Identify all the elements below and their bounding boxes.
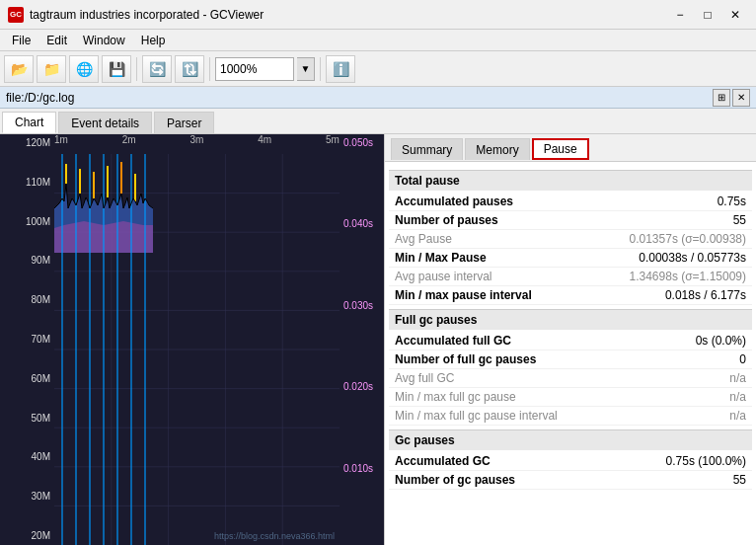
open-button[interactable]: 📂 bbox=[4, 55, 34, 83]
minmax-full-gc-row: Min / max full gc pause n/a bbox=[389, 388, 752, 407]
y2-010: 0.010s bbox=[340, 462, 384, 476]
num-full-gc-row: Number of full gc pauses 0 bbox=[389, 350, 752, 369]
chart-svg bbox=[54, 154, 340, 545]
window-title: tagtraum industries incorporated - GCVie… bbox=[30, 8, 264, 22]
num-pauses-value: 55 bbox=[588, 213, 746, 227]
avg-full-gc-value: n/a bbox=[588, 371, 746, 385]
main-content: 1m 2m 3m 4m 5m 120M 110M 100M 90M 80M 70… bbox=[0, 134, 756, 545]
y-50m: 50M bbox=[0, 412, 54, 426]
filepath-bar: file:/D:/gc.log ⊞ ✕ bbox=[0, 87, 756, 109]
minmax-full-gc-value: n/a bbox=[588, 390, 746, 404]
chart-area: 1m 2m 3m 4m 5m 120M 110M 100M 90M 80M 70… bbox=[0, 134, 385, 545]
web-button[interactable]: 🌐 bbox=[69, 55, 99, 83]
info-button[interactable]: ℹ️ bbox=[326, 55, 355, 83]
right-tab-pause[interactable]: Pause bbox=[532, 138, 589, 160]
y-40m: 40M bbox=[0, 450, 54, 464]
accum-full-gc-row: Accumulated full GC 0s (0.0%) bbox=[389, 332, 752, 350]
x-label-1m: 1m bbox=[54, 134, 68, 154]
pause-panel[interactable]: Total pause Accumulated pauses 0.75s Num… bbox=[385, 162, 756, 545]
minmax-interval-value: 0.018s / 6.177s bbox=[588, 288, 746, 302]
accum-gc-row: Accumulated GC 0.75s (100.0%) bbox=[389, 452, 752, 471]
accumulated-pauses-value: 0.75s bbox=[588, 195, 746, 208]
y2-030: 0.030s bbox=[340, 299, 384, 313]
full-gc-header: Full gc pauses bbox=[389, 309, 752, 330]
separator2 bbox=[209, 57, 210, 81]
right-panel: Summary Memory Pause Total pause Accumul… bbox=[385, 134, 756, 545]
y-100m: 100M bbox=[0, 215, 54, 229]
right-tab-summary[interactable]: Summary bbox=[391, 138, 463, 160]
right-tab-memory[interactable]: Memory bbox=[465, 138, 529, 160]
minimize-button[interactable]: − bbox=[667, 4, 693, 26]
avg-full-gc-label: Avg full GC bbox=[395, 371, 588, 385]
y-110m: 110M bbox=[0, 176, 54, 190]
close-button[interactable]: ✕ bbox=[722, 4, 748, 26]
minmax-interval-row: Min / max pause interval 0.018s / 6.177s bbox=[389, 286, 752, 305]
num-pauses-label: Number of pauses bbox=[395, 213, 588, 227]
x-label-5m: 5m bbox=[326, 134, 340, 154]
chart-y-axis: 120M 110M 100M 90M 80M 70M 60M 50M 40M 3… bbox=[0, 134, 54, 545]
y-20m: 20M bbox=[0, 529, 54, 543]
x-label-2m: 2m bbox=[122, 134, 136, 154]
minmax-full-interval-value: n/a bbox=[588, 409, 746, 423]
save2-button[interactable]: 💾 bbox=[102, 55, 131, 83]
minmax-pause-value: 0.00038s / 0.05773s bbox=[588, 251, 746, 265]
num-full-gc-value: 0 bbox=[588, 352, 746, 366]
app-logo: GC bbox=[8, 7, 24, 23]
tab-chart[interactable]: Chart bbox=[2, 112, 56, 133]
menu-help[interactable]: Help bbox=[133, 32, 174, 49]
y-120m: 120M bbox=[0, 136, 54, 150]
refresh2-button[interactable]: 🔃 bbox=[175, 55, 204, 83]
num-gc-pauses-row: Number of gc pauses 55 bbox=[389, 471, 752, 490]
filepath-detach[interactable]: ⊞ bbox=[713, 89, 730, 107]
minmax-pause-label: Min / Max Pause bbox=[395, 251, 588, 265]
accumulated-pauses-row: Accumulated pauses 0.75s bbox=[389, 193, 752, 211]
filepath-text: file:/D:/gc.log bbox=[6, 91, 74, 105]
tab-event-details[interactable]: Event details bbox=[58, 112, 152, 133]
y2-050: 0.050s bbox=[340, 136, 384, 150]
minmax-full-interval-row: Min / max full gc pause interval n/a bbox=[389, 407, 752, 426]
num-gc-pauses-label: Number of gc pauses bbox=[395, 473, 588, 487]
avg-full-gc-row: Avg full GC n/a bbox=[389, 369, 752, 388]
y-60m: 60M bbox=[0, 372, 54, 386]
num-pauses-row: Number of pauses 55 bbox=[389, 211, 752, 230]
avg-interval-label: Avg pause interval bbox=[395, 270, 588, 283]
accumulated-pauses-label: Accumulated pauses bbox=[395, 195, 588, 208]
accum-full-gc-label: Accumulated full GC bbox=[395, 334, 588, 348]
avg-pause-row: Avg Pause 0.01357s (σ=0.00938) bbox=[389, 230, 752, 249]
separator1 bbox=[136, 57, 137, 81]
y2-040: 0.040s bbox=[340, 217, 384, 231]
avg-interval-value: 1.34698s (σ=1.15009) bbox=[588, 270, 746, 283]
minmax-full-interval-label: Min / max full gc pause interval bbox=[395, 409, 588, 423]
filepath-icons: ⊞ ✕ bbox=[713, 89, 750, 107]
zoom-input[interactable] bbox=[215, 57, 294, 81]
separator3 bbox=[320, 57, 321, 81]
avg-pause-value: 0.01357s (σ=0.00938) bbox=[588, 232, 746, 246]
refresh-button[interactable]: 🔄 bbox=[142, 55, 172, 83]
save-button[interactable]: 📁 bbox=[37, 55, 66, 83]
chart-y2-axis: 0.050s 0.040s 0.030s 0.020s 0.010s bbox=[340, 134, 384, 545]
x-label-4m: 4m bbox=[258, 134, 271, 154]
title-bar: GC tagtraum industries incorporated - GC… bbox=[0, 0, 756, 30]
y-80m: 80M bbox=[0, 293, 54, 307]
maximize-button[interactable]: □ bbox=[695, 4, 720, 26]
y2-020: 0.020s bbox=[340, 380, 384, 394]
menu-file[interactable]: File bbox=[4, 32, 38, 49]
chart-x-axis: 1m 2m 3m 4m 5m bbox=[54, 134, 340, 154]
minmax-full-gc-label: Min / max full gc pause bbox=[395, 390, 588, 404]
accum-gc-label: Accumulated GC bbox=[395, 454, 588, 468]
tab-parser[interactable]: Parser bbox=[154, 112, 214, 133]
menu-edit[interactable]: Edit bbox=[38, 32, 75, 49]
minmax-pause-row: Min / Max Pause 0.00038s / 0.05773s bbox=[389, 249, 752, 268]
menu-window[interactable]: Window bbox=[75, 32, 133, 49]
filepath-close[interactable]: ✕ bbox=[732, 89, 750, 107]
y-70m: 70M bbox=[0, 333, 54, 347]
num-full-gc-label: Number of full gc pauses bbox=[395, 352, 588, 366]
avg-pause-label: Avg Pause bbox=[395, 232, 588, 246]
minmax-interval-label: Min / max pause interval bbox=[395, 288, 588, 302]
gc-pauses-header: Gc pauses bbox=[389, 429, 752, 450]
main-tabs: Chart Event details Parser bbox=[0, 109, 756, 134]
zoom-dropdown[interactable]: ▼ bbox=[297, 57, 315, 81]
watermark: https://blog.csdn.neva366.html bbox=[214, 531, 335, 541]
total-pause-header: Total pause bbox=[389, 170, 752, 191]
menu-bar: File Edit Window Help bbox=[0, 30, 756, 51]
